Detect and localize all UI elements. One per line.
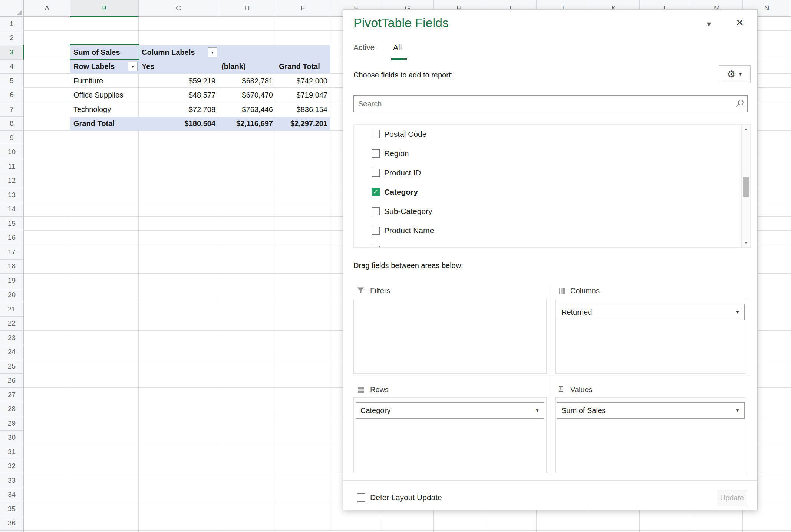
row-header-29[interactable]: 29 — [0, 416, 24, 431]
field-item[interactable] — [354, 240, 750, 248]
field-item-category[interactable]: ✓Category — [354, 182, 750, 202]
row-header-12[interactable]: 12 — [0, 174, 24, 188]
row-header-15[interactable]: 15 — [0, 217, 24, 231]
pivot-header-cell[interactable] — [218, 45, 276, 60]
defer-layout-checkbox[interactable] — [357, 493, 365, 502]
tab-active[interactable]: Active — [353, 43, 375, 52]
row-header-32[interactable]: 32 — [0, 459, 24, 474]
pivot-grand-total-value[interactable]: $2,116,697 — [218, 117, 276, 131]
column-header-e[interactable]: E — [276, 0, 330, 17]
pivot-grand-total-value[interactable]: $2,297,201 — [276, 117, 330, 131]
row-header-2[interactable]: 2 — [0, 31, 24, 46]
field-checkbox[interactable] — [372, 149, 380, 158]
pivot-value-cell[interactable]: $763,446 — [218, 102, 276, 117]
field-checkbox[interactable] — [372, 169, 380, 177]
row-header-8[interactable]: 8 — [0, 117, 24, 131]
row-header-4[interactable]: 4 — [0, 60, 24, 74]
pivot-value-cell[interactable]: $59,219 — [139, 74, 218, 88]
row-header-3[interactable]: 3 — [0, 45, 24, 60]
field-item-region[interactable]: Region — [354, 144, 750, 163]
field-checkbox[interactable] — [372, 207, 380, 215]
field-list-scrollbar[interactable]: ▲ ▼ — [741, 125, 750, 247]
row-header-31[interactable]: 31 — [0, 445, 24, 459]
scrollbar-thumb[interactable] — [743, 177, 749, 197]
row-header-36[interactable]: 36 — [0, 516, 24, 531]
chevron-down-icon[interactable]: ▼ — [735, 408, 740, 413]
chevron-down-icon[interactable]: ▼ — [535, 408, 540, 413]
row-header-25[interactable]: 25 — [0, 359, 24, 374]
column-header-b[interactable]: B — [70, 0, 139, 17]
close-icon[interactable]: ✕ — [736, 17, 744, 29]
row-header-11[interactable]: 11 — [0, 159, 24, 174]
row-header-24[interactable]: 24 — [0, 345, 24, 360]
row-header-7[interactable]: 7 — [0, 102, 24, 117]
row-header-33[interactable]: 33 — [0, 473, 24, 488]
row-header-1[interactable]: 1 — [0, 17, 24, 31]
row-header-5[interactable]: 5 — [0, 74, 24, 88]
pivot-column-labels-cell[interactable]: Column Labels — [139, 45, 218, 60]
pivot-value-cell[interactable]: $719,047 — [276, 88, 330, 103]
column-header-d[interactable]: D — [218, 0, 276, 17]
pivot-column-header[interactable]: Yes — [139, 60, 218, 74]
row-header-30[interactable]: 30 — [0, 431, 24, 445]
pivot-value-cell[interactable]: $48,577 — [139, 88, 218, 103]
column-header-a[interactable]: A — [24, 0, 70, 17]
row-header-19[interactable]: 19 — [0, 274, 24, 288]
row-labels-filter-button[interactable]: ▼ — [128, 62, 138, 71]
pivot-value-cell[interactable]: $836,154 — [276, 102, 330, 117]
row-header-13[interactable]: 13 — [0, 188, 24, 202]
scroll-up-arrow-icon[interactable]: ▲ — [742, 125, 751, 133]
field-item-product-id[interactable]: Product ID — [354, 163, 750, 182]
pivot-corner-cell[interactable]: Sum of Sales — [70, 45, 139, 60]
column-header-c[interactable]: C — [139, 0, 218, 17]
pivot-row-label[interactable]: Furniture — [70, 74, 139, 88]
pivot-column-header[interactable]: (blank) — [218, 60, 276, 74]
pivot-grand-total-value[interactable]: $180,504 — [139, 117, 218, 131]
pivot-value-cell[interactable]: $682,781 — [218, 74, 276, 88]
pane-options-chevron-icon[interactable]: ▾ — [707, 19, 711, 29]
field-checkbox[interactable]: ✓ — [372, 188, 380, 196]
pivot-value-cell[interactable]: $72,708 — [139, 102, 218, 117]
filters-dropzone[interactable] — [353, 299, 547, 374]
pivot-row-label[interactable]: Office Supplies — [70, 88, 139, 103]
row-header-34[interactable]: 34 — [0, 488, 24, 502]
field-item-postal-code[interactable]: Postal Code — [354, 125, 750, 144]
row-header-21[interactable]: 21 — [0, 302, 24, 317]
row-header-23[interactable]: 23 — [0, 331, 24, 345]
row-header-26[interactable]: 26 — [0, 374, 24, 388]
row-header-28[interactable]: 28 — [0, 402, 24, 417]
pivot-header-cell[interactable] — [276, 45, 330, 60]
field-item-sub-category[interactable]: Sub-Category — [354, 202, 750, 221]
pivot-value-cell[interactable]: $742,000 — [276, 74, 330, 88]
pivot-row-label[interactable]: Technology — [70, 102, 139, 117]
row-header-27[interactable]: 27 — [0, 388, 24, 402]
scroll-down-arrow-icon[interactable]: ▼ — [742, 239, 751, 247]
row-header-6[interactable]: 6 — [0, 88, 24, 103]
row-header-18[interactable]: 18 — [0, 260, 24, 274]
pivot-value-cell[interactable]: $670,470 — [218, 88, 276, 103]
rows-field-pill[interactable]: Category ▼ — [356, 402, 544, 419]
field-checkbox[interactable] — [372, 246, 380, 248]
row-header-10[interactable]: 10 — [0, 145, 24, 160]
select-all-corner[interactable] — [0, 0, 24, 17]
field-checkbox[interactable] — [372, 227, 380, 235]
pivot-grand-total-label[interactable]: Grand Total — [70, 117, 139, 131]
row-header-20[interactable]: 20 — [0, 288, 24, 303]
row-header-37[interactable]: 37 — [0, 531, 24, 532]
values-field-pill[interactable]: Sum of Sales ▼ — [557, 402, 745, 419]
tools-button[interactable]: ⚙ ▼ — [719, 65, 751, 83]
row-header-9[interactable]: 9 — [0, 131, 24, 145]
columns-field-pill[interactable]: Returned ▼ — [557, 304, 745, 320]
update-button[interactable]: Update — [717, 490, 747, 506]
field-checkbox[interactable] — [372, 130, 380, 138]
row-header-17[interactable]: 17 — [0, 245, 24, 260]
pivot-column-header[interactable]: Grand Total — [276, 60, 330, 74]
column-labels-filter-button[interactable]: ▼ — [208, 47, 217, 57]
tab-all[interactable]: All — [393, 43, 402, 52]
row-header-22[interactable]: 22 — [0, 317, 24, 331]
row-header-16[interactable]: 16 — [0, 231, 24, 245]
row-header-14[interactable]: 14 — [0, 202, 24, 217]
search-input[interactable] — [353, 95, 748, 112]
chevron-down-icon[interactable]: ▼ — [735, 310, 740, 315]
row-header-35[interactable]: 35 — [0, 502, 24, 516]
